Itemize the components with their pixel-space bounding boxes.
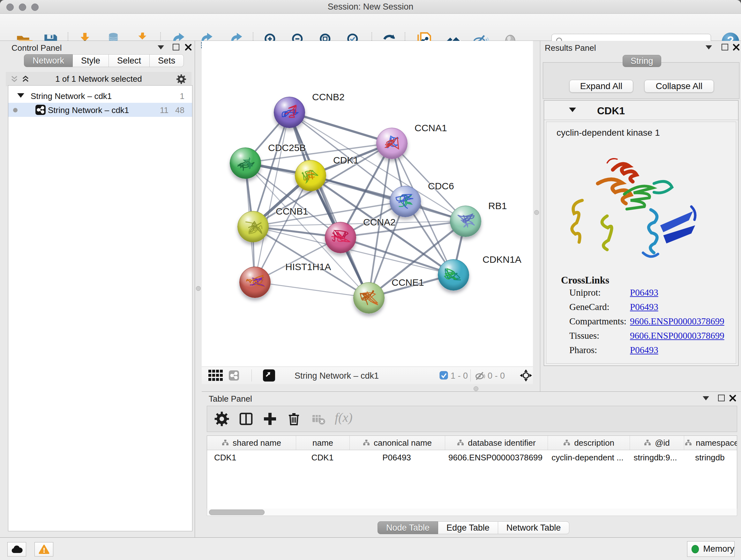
toolbar-divider	[470, 369, 471, 381]
crosslink-label: GeneCard:	[569, 302, 610, 312]
memory-button[interactable]: Memory	[687, 541, 735, 557]
network-node-CCNB2[interactable]	[274, 97, 305, 128]
disclosure-triangle-icon[interactable]	[17, 93, 24, 98]
crosslink-genecard-link[interactable]: P06493	[630, 302, 658, 312]
tab-network[interactable]: Network	[24, 54, 73, 67]
tab-style[interactable]: Style	[73, 54, 109, 67]
protein-description: cyclin-dependent kinase 1	[556, 128, 660, 138]
table-cell[interactable]: stringdb:9...	[628, 450, 682, 465]
tab-sets[interactable]: Sets	[150, 54, 184, 67]
hierarchy-icon	[457, 438, 464, 448]
network-share-icon	[36, 105, 46, 115]
vertical-splitter-handle[interactable]	[196, 286, 201, 291]
network-node-HIST1H1A[interactable]	[239, 266, 271, 298]
network-node-label: CCNA2	[363, 217, 396, 228]
tab-edge-table[interactable]: Edge Table	[438, 521, 498, 534]
crosslink-uniprot-link[interactable]: P06493	[630, 287, 658, 298]
hidden-eye-icon[interactable]	[475, 372, 486, 380]
gear-icon[interactable]	[176, 74, 186, 84]
column-header--id[interactable]: @id	[630, 436, 684, 450]
hierarchy-icon	[363, 438, 370, 448]
panel-menu-icon[interactable]	[158, 45, 164, 50]
grid-icon[interactable]	[208, 370, 223, 381]
panel-float-icon[interactable]	[718, 395, 725, 401]
panel-menu-icon[interactable]	[703, 396, 709, 400]
network-node-CDKN1A[interactable]	[438, 259, 469, 291]
network-row[interactable]: String Network – cdk1 11 48	[8, 103, 192, 117]
result-entry-header[interactable]: CDK1	[544, 101, 738, 120]
vertical-splitter-handle[interactable]	[534, 210, 539, 215]
collapse-all-button[interactable]: Collapse All	[644, 80, 714, 92]
network-node-CCNB1[interactable]	[238, 211, 269, 242]
network-node-label: CCNB2	[312, 91, 345, 103]
table-cell[interactable]: P06493	[349, 450, 444, 465]
table-cell[interactable]: CDK1	[207, 450, 296, 465]
tab-select[interactable]: Select	[109, 54, 150, 67]
warning-status-button[interactable]	[35, 542, 53, 557]
column-header-database-identifier[interactable]: database identifier	[445, 436, 548, 450]
network-node-CDC25B[interactable]	[230, 147, 261, 179]
network-node-CDC6[interactable]	[390, 186, 421, 217]
network-edge[interactable]	[255, 282, 368, 298]
show-columns-icon[interactable]	[239, 411, 254, 427]
network-node-label: CDC25B	[268, 142, 306, 153]
network-node-CCNA1[interactable]	[376, 128, 408, 159]
table-cell[interactable]: 9606.ENSP00000378699	[444, 450, 547, 465]
network-node-CDK1[interactable]	[295, 160, 326, 191]
selected-checkbox-icon[interactable]	[440, 371, 448, 380]
panel-close-icon[interactable]	[732, 44, 740, 51]
collection-count: 1	[180, 91, 185, 101]
crosslink-compartments-link[interactable]: 9606.ENSP00000378699	[630, 316, 724, 327]
node-table: shared namenamecanonical namedatabase id…	[207, 435, 737, 509]
delete-column-icon[interactable]	[286, 411, 301, 427]
crosslink-row: Uniprot:P06493	[569, 287, 729, 301]
network-node-label: HIST1H1A	[285, 261, 331, 272]
column-header-description[interactable]: description	[548, 436, 630, 450]
panel-menu-icon[interactable]	[705, 45, 712, 50]
cloud-status-button[interactable]	[7, 542, 26, 557]
table-cell[interactable]: CDK1	[296, 450, 349, 465]
status-bar: Memory	[0, 537, 741, 560]
panel-close-icon[interactable]	[185, 44, 192, 51]
tab-network-table[interactable]: Network Table	[498, 521, 569, 534]
column-header-namespace[interactable]: namespace	[684, 436, 737, 450]
crosslink-label: Compartments:	[569, 316, 626, 327]
tab-string[interactable]: String	[623, 55, 661, 67]
network-list-header: 1 of 1 Network selected	[6, 72, 192, 86]
network-node-CCNA2[interactable]	[325, 222, 356, 253]
toolbar-divider	[252, 369, 252, 381]
panel-float-icon[interactable]	[173, 44, 179, 51]
column-header-shared-name[interactable]: shared name	[207, 436, 296, 450]
add-column-icon[interactable]	[262, 411, 278, 427]
table-cell[interactable]: cyclin-dependent ...	[547, 450, 628, 465]
panel-float-icon[interactable]	[722, 44, 728, 51]
control-panel-tabs: NetworkStyleSelectSets	[24, 54, 184, 67]
fit-content-icon[interactable]	[520, 369, 532, 382]
network-edge[interactable]	[289, 112, 392, 143]
column-header-name[interactable]: name	[296, 436, 350, 450]
disclosure-triangle-icon[interactable]	[569, 108, 576, 112]
crosslink-label: Tissues:	[569, 330, 599, 341]
network-node-label: CDK1	[333, 155, 359, 166]
network-selection-summary: 1 of 1 Network selected	[6, 74, 192, 84]
horizontal-splitter-handle[interactable]	[474, 386, 478, 391]
network-node-RB1[interactable]	[450, 206, 481, 237]
network-collection-row[interactable]: String Network – cdk1 1	[8, 89, 192, 103]
scrollbar-thumb[interactable]	[209, 509, 265, 515]
birds-eye-view-icon[interactable]	[263, 369, 275, 381]
network-node-count: 11	[160, 105, 169, 115]
tab-node-table[interactable]: Node Table	[378, 521, 438, 534]
hidden-counts: 0 - 0	[488, 371, 505, 381]
network-node-CCNE1[interactable]	[353, 282, 385, 314]
crosslink-row: Pharos:P06493	[569, 345, 729, 359]
column-header-canonical-name[interactable]: canonical name	[350, 436, 445, 450]
network-view-canvas[interactable]: CCNB2CCNA1CDC25BCDK1CDC6RB1CCNB1CCNA2CDK…	[202, 41, 533, 367]
table-cell[interactable]: stringdb	[682, 450, 737, 465]
table-settings-gear-icon[interactable]	[214, 411, 229, 427]
share-network-icon[interactable]	[229, 370, 239, 381]
expand-all-button[interactable]: Expand All	[569, 80, 633, 92]
table-panel: Table Panel f(x) shared namenam	[202, 391, 741, 538]
crosslink-tissues-link[interactable]: 9606.ENSP00000378699	[630, 330, 724, 341]
crosslink-pharos-link[interactable]: P06493	[630, 345, 658, 355]
panel-close-icon[interactable]	[729, 394, 737, 402]
